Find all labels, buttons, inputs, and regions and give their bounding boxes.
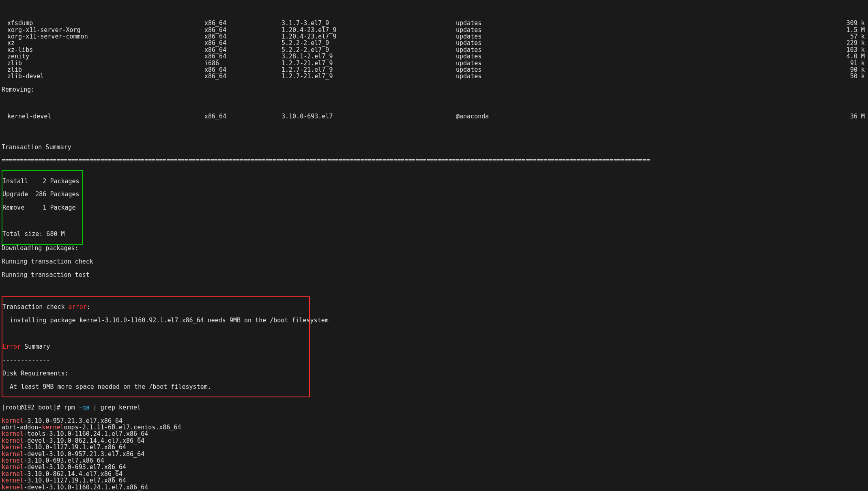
- pkg-repo: updates: [456, 60, 561, 66]
- list-item: kernel-3.10.0-957.21.3.el7.x86_64: [2, 418, 866, 424]
- table-row: kernel-devel x86_64 3.10.0-693.el7 @anac…: [2, 113, 866, 120]
- table-row: zlibx86_641.2.7-21.el7_9updates90 k: [2, 66, 866, 73]
- pkg-repo: updates: [456, 27, 561, 33]
- pkg-version: 1.20.4-23.el7_9: [281, 33, 456, 40]
- pkg-arch: x86_64: [204, 53, 281, 60]
- table-row: zlibi6861.2.7-21.el7_9updates91 k: [2, 60, 866, 66]
- summary-total: Total size: 680 M: [2, 231, 79, 237]
- shell-prompt: [root@192 boot]#: [2, 404, 64, 411]
- removing-rows: kernel-devel x86_64 3.10.0-693.el7 @anac…: [2, 100, 866, 127]
- pkg-version: 1.2.7-21.el7_9: [281, 73, 456, 79]
- disk-req-body: At least 9MB more space needed on the /b…: [2, 384, 309, 390]
- pkg-name: xorg-x11-server-Xorg: [2, 27, 204, 33]
- pkg-size: 90 k: [561, 66, 866, 73]
- table-row: xorg-x11-server-Xorgx86_641.20.4-23.el7_…: [2, 27, 866, 33]
- disk-req-heading: Disk Requirements:: [2, 370, 309, 377]
- pkg-repo: updates: [456, 47, 561, 53]
- pkg-arch: x86_64: [204, 33, 281, 40]
- progress-line: Running transaction test: [2, 272, 866, 278]
- pkg-name: xz: [2, 40, 204, 46]
- list-item: kernel-3.10.0-1127.19.1.el7.x86_64: [2, 477, 866, 484]
- summary-install: Install 2 Packages: [2, 178, 79, 184]
- pkg-repo: updates: [456, 33, 561, 40]
- pkg-arch: x86_64: [204, 66, 281, 73]
- pkg-arch: x86_64: [204, 47, 281, 53]
- error-summary-heading: Error Summary: [2, 343, 309, 350]
- pkg-arch: x86_64: [204, 40, 281, 46]
- table-row: xzx86_645.2.2-2.el7_9updates229 k: [2, 40, 866, 46]
- pkg-arch: x86_64: [204, 27, 281, 33]
- pkg-name: kernel-devel: [2, 113, 204, 120]
- progress-line: Running transaction check: [2, 258, 866, 265]
- table-row: xz-libsx86_645.2.2-2.el7_9updates103 k: [2, 47, 866, 53]
- pkg-version: 3.28.1-2.el7_9: [281, 53, 456, 60]
- list-item: kernel-tools-3.10.0-1160.24.1.el7.x86_64: [2, 431, 866, 437]
- pkg-size: 36 M: [561, 113, 866, 120]
- pkg-version: 5.2.2-2.el7_9: [281, 40, 456, 46]
- summary-box: Install 2 Packages Upgrade 286 Packages …: [2, 170, 83, 245]
- pkg-size: 57 k: [561, 33, 866, 40]
- summary-remove: Remove 1 Package: [2, 204, 79, 211]
- pkg-version: 5.2.2-2.el7_9: [281, 47, 456, 53]
- pkg-name: zlib-devel: [2, 73, 204, 79]
- pkg-arch: x86_64: [204, 113, 281, 120]
- list-item: kernel-devel-3.10.0-862.14.4.el7.x86_64: [2, 437, 866, 444]
- pkg-repo: updates: [456, 73, 561, 79]
- pkg-size: 103 k: [561, 47, 866, 53]
- pkg-size: 50 k: [561, 73, 866, 79]
- pkg-size: 91 k: [561, 60, 866, 66]
- list-item: kernel-devel-3.10.0-957.21.3.el7.x86_64: [2, 451, 866, 457]
- pkg-arch: i686: [204, 60, 281, 66]
- pkg-repo: updates: [456, 20, 561, 26]
- table-row: zenityx86_643.28.1-2.el7_9updates4.0 M: [2, 53, 866, 60]
- pkg-name: xz-libs: [2, 47, 204, 53]
- pkg-name: zlib: [2, 66, 204, 73]
- list-item: kernel-devel-3.10.0-693.el7.x86_64: [2, 464, 866, 470]
- pkg-size: 4.0 M: [561, 53, 866, 60]
- list-item: kernel-3.10.0-693.el7.x86_64: [2, 457, 866, 464]
- rpm-list: kernel-3.10.0-957.21.3.el7.x86_64abrt-ad…: [2, 418, 866, 491]
- table-row: xfsdumpx86_643.1.7-3.el7_9updates309 k: [2, 20, 866, 26]
- pkg-name: zlib: [2, 60, 204, 66]
- pkg-repo: updates: [456, 66, 561, 73]
- pkg-size: 1.5 M: [561, 27, 866, 33]
- pkg-name: zenity: [2, 53, 204, 60]
- pkg-size: 229 k: [561, 40, 866, 46]
- section-removing-header: Removing:: [2, 86, 866, 93]
- pkg-repo: updates: [456, 53, 561, 60]
- table-row: xorg-x11-server-commonx86_641.20.4-23.el…: [2, 33, 866, 40]
- command: rpm -qa | grep kernel: [64, 404, 141, 411]
- divider: ========================================…: [2, 157, 866, 163]
- pkg-version: 1.2.7-21.el7_9: [281, 66, 456, 73]
- package-table-body: xfsdumpx86_643.1.7-3.el7_9updates309 kxo…: [2, 20, 866, 80]
- error-detail: installing package kernel-3.10.0-1160.92…: [2, 317, 309, 324]
- list-item: kernel-devel-3.10.0-1160.24.1.el7.x86_64: [2, 484, 866, 491]
- pkg-repo: updates: [456, 40, 561, 46]
- pkg-size: 309 k: [561, 20, 866, 26]
- progress-line: Downloading packages:: [2, 245, 866, 251]
- error-heading: Transaction check error:: [2, 304, 309, 310]
- pkg-repo: @anaconda: [456, 113, 561, 120]
- error-box: Transaction check error: installing pack…: [2, 296, 310, 398]
- table-row: zlib-develx86_641.2.7-21.el7_9updates50 …: [2, 73, 866, 79]
- list-item: kernel-3.10.0-862.14.4.el7.x86_64: [2, 471, 866, 477]
- pkg-version: 1.2.7-21.el7_9: [281, 60, 456, 66]
- pkg-arch: x86_64: [204, 73, 281, 79]
- pkg-version: 1.20.4-23.el7_9: [281, 27, 456, 33]
- pkg-arch: x86_64: [204, 20, 281, 26]
- transaction-summary-title: Transaction Summary: [2, 144, 866, 150]
- pkg-name: xfsdump: [2, 20, 204, 26]
- pkg-version: 3.10.0-693.el7: [281, 113, 456, 120]
- pkg-version: 3.1.7-3.el7_9: [281, 20, 456, 26]
- prompt-line: [root@192 boot]# rpm -qa | grep kernel: [2, 404, 866, 411]
- list-item: abrt-addon-kerneloops-2.1.11-60.el7.cent…: [2, 424, 866, 431]
- pkg-name: xorg-x11-server-common: [2, 33, 204, 40]
- error-dashes: -------------: [2, 357, 309, 363]
- list-item: kernel-3.10.0-1127.19.1.el7.x86_64: [2, 444, 866, 450]
- summary-upgrade: Upgrade 286 Packages: [2, 191, 79, 197]
